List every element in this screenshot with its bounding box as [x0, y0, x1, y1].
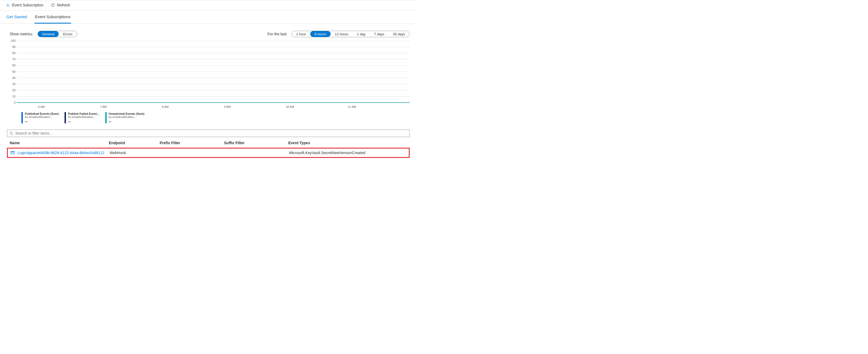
search-box[interactable]: [7, 130, 410, 137]
col-suffix[interactable]: Suffix Filter: [224, 141, 288, 145]
svg-point-0: [10, 132, 12, 134]
metrics-label: Show metrics:: [10, 32, 33, 36]
tab-get-started[interactable]: Get Started: [6, 11, 28, 24]
legend-title: Published Events (Sum): [25, 112, 59, 115]
legend-swatch: [22, 112, 23, 123]
tabs: Get Started Event Subscriptions: [0, 11, 416, 24]
refresh-icon: [51, 3, 55, 7]
subscriptions-table: Name Endpoint Prefix Filter Suffix Filte…: [0, 139, 416, 158]
y-tick: 40: [8, 76, 16, 79]
legend-sub: kv-emailnotification...: [68, 115, 99, 118]
range-label: For the last:: [268, 32, 287, 36]
legend-item-failed[interactable]: Publish Failed Event... kv-emailnotifica…: [65, 112, 99, 123]
search-icon: [9, 131, 13, 135]
x-tick: 9 AM: [224, 105, 286, 108]
tab-event-subscriptions[interactable]: Event Subscriptions: [35, 11, 71, 24]
chart-x-axis: 6 AM 7 AM 8 AM 9 AM 10 AM 11 AM: [17, 103, 410, 108]
y-tick: 60: [8, 64, 16, 67]
metrics-option-general[interactable]: General: [38, 31, 59, 37]
table-header: Name Endpoint Prefix Filter Suffix Filte…: [7, 139, 410, 147]
x-tick: 8 AM: [162, 105, 224, 108]
metrics-chart: 0 10 20 30 40 50 60 70 80 90 100 6 AM 7 …: [0, 39, 416, 123]
legend-sub: kv-emailnotification...: [25, 115, 59, 118]
metrics-toggle: General Errors: [37, 31, 77, 37]
table-row[interactable]: LogicAppace6409b-8628-4122-b4aa-8b4ec04d…: [7, 148, 410, 158]
range-option-1h[interactable]: 1 hour: [292, 31, 310, 37]
col-prefix[interactable]: Prefix Filter: [160, 141, 224, 145]
metrics-option-errors[interactable]: Errors: [59, 31, 76, 37]
y-tick: 90: [8, 45, 16, 48]
y-tick: 80: [8, 51, 16, 55]
y-tick: 70: [8, 58, 16, 61]
y-tick: 0: [8, 101, 16, 104]
legend-value: --: [25, 118, 59, 123]
row-name-text: LogicAppace6409b-8628-4122-b4aa-8b4ec04d…: [18, 151, 104, 155]
cell-endpoint: WebHook: [110, 151, 160, 155]
range-option-30d[interactable]: 30 days: [389, 31, 409, 37]
chart-plot-area: 0 10 20 30 40 50 60 70 80 90 100: [17, 41, 410, 103]
range-option-7d[interactable]: 7 days: [370, 31, 389, 37]
x-tick: 10 AM: [286, 105, 348, 108]
search-input[interactable]: [15, 131, 407, 135]
x-tick: 11 AM: [348, 105, 410, 108]
range-option-6h[interactable]: 6 hours: [310, 31, 330, 37]
cell-event-types: Microsoft.KeyVault.SecretNewVersionCreat…: [289, 151, 406, 155]
y-tick: 20: [8, 88, 16, 92]
legend-swatch: [65, 112, 66, 123]
refresh-button[interactable]: Refresh: [51, 3, 70, 7]
legend-title: Unmatched Events (Sum): [109, 112, 145, 115]
chart-legend: Published Events (Sum) kv-emailnotificat…: [10, 108, 410, 123]
chart-controls: Show metrics: General Errors For the las…: [0, 24, 416, 39]
filter-row: [0, 123, 416, 139]
y-tick: 10: [8, 95, 16, 98]
y-tick: 50: [8, 70, 16, 73]
chart-line-zero: [17, 102, 410, 103]
add-event-subscription-button[interactable]: Event Subscription: [6, 3, 43, 7]
legend-swatch: [105, 112, 106, 123]
col-event-types[interactable]: Event Types: [288, 141, 407, 145]
y-tick: 100: [8, 39, 16, 42]
cell-name[interactable]: LogicAppace6409b-8628-4122-b4aa-8b4ec04d…: [10, 151, 110, 155]
range-option-1d[interactable]: 1 day: [352, 31, 370, 37]
legend-value: --: [109, 118, 145, 123]
range-option-12h[interactable]: 12 hours: [331, 31, 353, 37]
range-toggle: 1 hour 6 hours 12 hours 1 day 7 days 30 …: [291, 31, 410, 37]
plus-icon: [6, 3, 10, 7]
legend-item-unmatched[interactable]: Unmatched Events (Sum) kv-emailnotificat…: [105, 112, 145, 123]
y-tick: 30: [8, 82, 16, 85]
event-subscription-icon: [10, 151, 15, 155]
x-tick: 6 AM: [38, 105, 100, 108]
col-name[interactable]: Name: [10, 141, 109, 145]
legend-item-published[interactable]: Published Events (Sum) kv-emailnotificat…: [22, 112, 59, 123]
refresh-label: Refresh: [57, 3, 70, 7]
col-endpoint[interactable]: Endpoint: [109, 141, 160, 145]
legend-title: Publish Failed Event...: [68, 112, 99, 115]
legend-sub: kv-emailnotification...: [109, 115, 145, 118]
legend-value: --: [68, 118, 99, 123]
command-bar: Event Subscription Refresh: [0, 0, 416, 11]
add-label: Event Subscription: [12, 3, 43, 7]
x-tick: 7 AM: [100, 105, 162, 108]
